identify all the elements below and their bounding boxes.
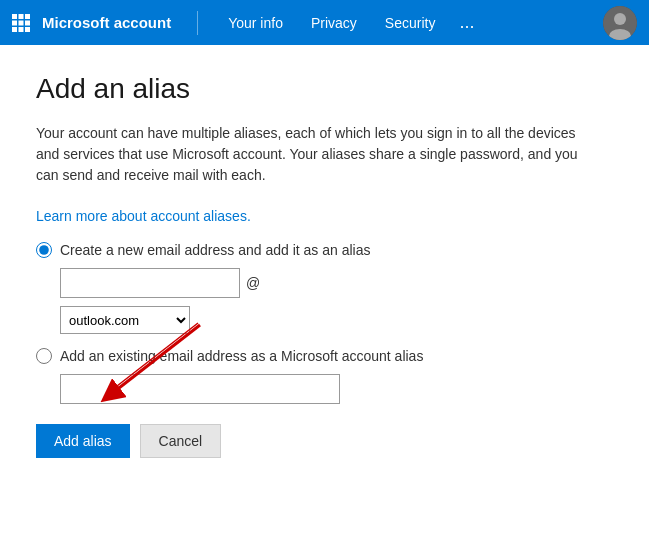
button-row: Add alias Cancel bbox=[36, 424, 584, 458]
page-title: Add an alias bbox=[36, 73, 584, 105]
radio-add-existing[interactable] bbox=[36, 348, 52, 364]
nav-links: Your info Privacy Security ... bbox=[214, 0, 595, 45]
svg-rect-7 bbox=[19, 27, 24, 32]
app-title: Microsoft account bbox=[42, 14, 171, 31]
apps-icon[interactable] bbox=[12, 14, 30, 32]
svg-rect-2 bbox=[25, 14, 30, 19]
nav-divider bbox=[197, 11, 198, 35]
domain-select-row: outlook.com hotmail.com bbox=[60, 306, 584, 334]
nav-link-your-info[interactable]: Your info bbox=[214, 0, 297, 45]
radio-create-new[interactable] bbox=[36, 242, 52, 258]
svg-rect-0 bbox=[12, 14, 17, 19]
radio-option-1: Create a new email address and add it as… bbox=[36, 242, 584, 258]
svg-rect-8 bbox=[25, 27, 30, 32]
nav-bar: Microsoft account Your info Privacy Secu… bbox=[0, 0, 649, 45]
nav-link-security[interactable]: Security bbox=[371, 0, 450, 45]
new-email-input[interactable] bbox=[60, 268, 240, 298]
radio-option-2: Add an existing email address as a Micro… bbox=[36, 348, 584, 364]
nav-link-privacy[interactable]: Privacy bbox=[297, 0, 371, 45]
svg-rect-4 bbox=[19, 20, 24, 25]
existing-email-input[interactable] bbox=[60, 374, 340, 404]
radio-create-new-label[interactable]: Create a new email address and add it as… bbox=[60, 242, 371, 258]
radio-add-existing-label[interactable]: Add an existing email address as a Micro… bbox=[60, 348, 423, 364]
learn-more-link[interactable]: Learn more about account aliases. bbox=[36, 208, 251, 224]
svg-rect-5 bbox=[25, 20, 30, 25]
add-alias-button[interactable]: Add alias bbox=[36, 424, 130, 458]
domain-select[interactable]: outlook.com hotmail.com bbox=[60, 306, 190, 334]
cancel-button[interactable]: Cancel bbox=[140, 424, 222, 458]
description-text: Your account can have multiple aliases, … bbox=[36, 123, 584, 186]
svg-point-10 bbox=[614, 13, 626, 25]
svg-rect-6 bbox=[12, 27, 17, 32]
at-symbol: @ bbox=[246, 275, 260, 291]
email-input-row: @ bbox=[60, 268, 584, 298]
svg-rect-3 bbox=[12, 20, 17, 25]
avatar[interactable] bbox=[603, 6, 637, 40]
nav-more-button[interactable]: ... bbox=[449, 12, 484, 33]
main-content: Add an alias Your account can have multi… bbox=[0, 45, 620, 486]
svg-rect-1 bbox=[19, 14, 24, 19]
